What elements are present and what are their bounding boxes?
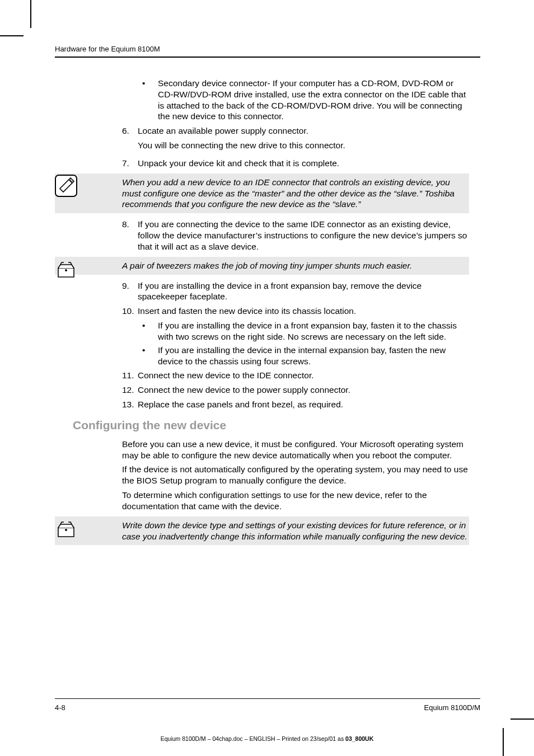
crop-mark <box>0 35 24 36</box>
crop-mark <box>510 719 534 720</box>
step-text: If you are installing the device in a fr… <box>138 280 469 303</box>
svg-point-1 <box>71 179 73 181</box>
step-number: 12. <box>122 384 138 396</box>
note-text: A pair of tweezers makes the job of movi… <box>122 260 469 271</box>
step-number: 11. <box>122 370 138 381</box>
step-text: Connect the new device to the IDE connec… <box>138 370 469 381</box>
step-text: If you are connecting the device to the … <box>138 219 469 252</box>
step-text: Connect the new device to the power supp… <box>138 384 469 396</box>
svg-point-3 <box>65 529 67 531</box>
running-head: Hardware for the Equium 8100M <box>55 45 480 58</box>
step-number: 9. <box>122 280 138 303</box>
step-number: 13. <box>122 399 138 410</box>
page-number: 4-8 <box>55 703 65 712</box>
step-text: Unpack your device kit and check that it… <box>138 158 469 169</box>
step-number: 10. <box>122 306 138 317</box>
note-text: Write down the device type and settings … <box>122 520 469 542</box>
wrench-icon <box>55 175 77 197</box>
paragraph: To determine which configuration setting… <box>122 490 469 512</box>
step-number: 7. <box>122 158 138 169</box>
step-text: Locate an available power supply connect… <box>138 125 469 137</box>
step-text: Insert and fasten the new device into it… <box>138 306 469 317</box>
step-number: 8. <box>122 219 138 252</box>
paragraph: If the device is not automatically confi… <box>122 464 469 486</box>
paragraph: Before you can use a new device, it must… <box>122 439 469 461</box>
step-number: 6. <box>122 125 138 154</box>
section-heading: Configuring the new device <box>73 418 469 433</box>
toolbox-icon <box>55 258 77 280</box>
bullet-text: If you are installing the device in a fr… <box>158 320 469 342</box>
crop-mark <box>30 0 31 28</box>
step-text: Replace the case panels and front bezel,… <box>138 399 469 410</box>
print-line: Equium 8100D/M – 04chap.doc – ENGLISH – … <box>0 735 534 742</box>
step-subtext: You will be connecting the new drive to … <box>138 140 469 151</box>
footer-model: Equium 8100D/M <box>424 703 480 712</box>
svg-point-2 <box>65 269 67 271</box>
bullet-text: Secondary device connector- If your comp… <box>158 78 469 122</box>
bullet-dot: • <box>142 320 158 342</box>
toolbox-icon <box>55 518 77 540</box>
bullet-dot: • <box>142 78 158 122</box>
note-text: When you add a new device to an IDE conn… <box>122 177 469 210</box>
bullet-dot: • <box>142 345 158 367</box>
bullet-text: If you are installing the device in the … <box>158 345 469 367</box>
crop-mark <box>503 728 504 756</box>
